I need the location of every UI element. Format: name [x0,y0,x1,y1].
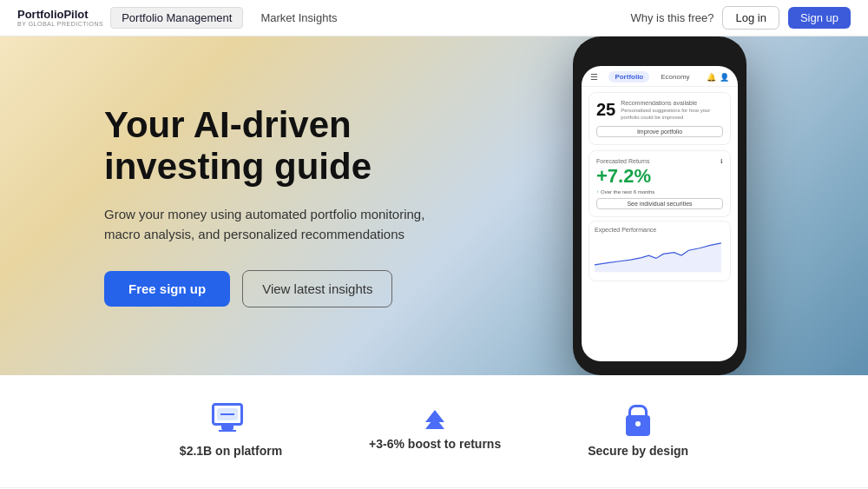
phone-top-bar: ☰ Portfolio Economy 🔔 👤 [582,66,738,87]
hero-section: Your AI-driven investing guide Grow your… [0,36,868,375]
phone-screen: ☰ Portfolio Economy 🔔 👤 25 [582,66,738,361]
stats-bar: $2.1B on platform +3-6% boost to returns… [0,375,868,488]
stat-item-returns: +3-6% boost to returns [369,410,501,452]
nav-right: Why is this free? Log in Sign up [630,6,851,30]
forecasted-label: Forecasted Returns ℹ [596,158,723,165]
recommendations-label: Recommendations available [621,100,723,106]
phone-outer: ☰ Portfolio Economy 🔔 👤 25 [573,36,746,375]
free-signup-button[interactable]: Free sign up [104,271,230,307]
forecasted-period: ↑ Over the next 6 months [596,189,723,195]
phone-tabs: Portfolio Economy [608,71,695,83]
navbar: PortfolioPilot BY GLOBAL PREDICTIONS Por… [0,0,868,36]
recommendations-card: 25 Recommendations available Personalise… [589,92,731,145]
stat-secure-label: Secure by design [588,443,688,459]
stat-returns-label: +3-6% boost to returns [369,436,501,452]
performance-chart [595,236,725,275]
nav-tab-portfolio[interactable]: Portfolio Management [110,7,243,29]
info-icon: ℹ [720,158,723,165]
recommendations-desc: Personalised suggestions for how your po… [621,108,723,122]
phone-mockup: ☰ Portfolio Economy 🔔 👤 25 [573,36,746,375]
logo[interactable]: PortfolioPilot BY GLOBAL PREDICTIONS [17,9,103,28]
stat-item-platform: $2.1B on platform [180,403,282,459]
hero-buttons: Free sign up View latest insights [104,270,521,307]
securities-btn: See individual securities [596,198,723,209]
stat-platform-label: $2.1B on platform [180,443,282,459]
hero-content: Your AI-driven investing guide Grow your… [104,104,521,308]
forecasted-returns-card: Forecasted Returns ℹ +7.2% ↑ Over the ne… [589,150,731,217]
phone-menu-icon: ☰ [590,72,598,82]
monitor-icon [212,403,250,436]
lock-icon [626,403,650,436]
recommendations-count: 25 [596,100,615,120]
hero-title: Your AI-driven investing guide [104,104,521,188]
phone-icons: 🔔 👤 [707,73,729,82]
view-insights-button[interactable]: View latest insights [242,270,392,307]
forecasted-value: +7.2% [596,165,723,188]
arrows-icon [425,410,444,429]
hero-subtitle: Grow your money using automated portfoli… [104,205,451,244]
phone-notch [629,49,690,61]
phone-bell-icon: 🔔 [707,73,716,82]
nav-left: PortfolioPilot BY GLOBAL PREDICTIONS Por… [17,7,348,29]
performance-label: Expected Performance [595,227,725,233]
why-free-link[interactable]: Why is this free? [630,11,713,24]
improve-portfolio-btn: Improve portfolio [596,126,723,137]
phone-tab-portfolio: Portfolio [608,71,649,83]
phone-tab-economy: Economy [654,71,695,83]
signup-button[interactable]: Sign up [788,7,851,29]
nav-tab-market[interactable]: Market Insights [250,8,347,28]
stat-item-secure: Secure by design [588,403,688,459]
login-button[interactable]: Log in [722,6,779,30]
performance-card: Expected Performance [589,221,731,281]
phone-user-icon: 👤 [720,73,729,82]
